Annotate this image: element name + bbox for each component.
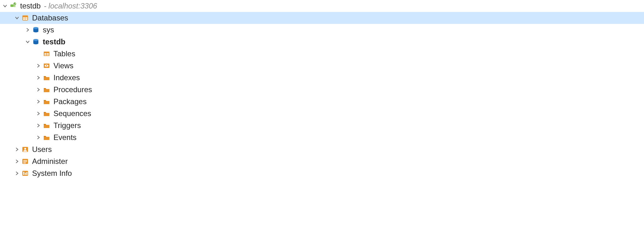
chevron-down-icon[interactable]	[2, 4, 8, 8]
chevron-right-icon[interactable]	[14, 159, 20, 163]
users-node[interactable]: Users	[0, 143, 644, 155]
folder-icon	[43, 74, 50, 81]
schema-label: Events	[53, 133, 76, 142]
connection-host: - localhost:3306	[44, 2, 97, 10]
database-node-testdb[interactable]: testdb	[0, 36, 644, 48]
chevron-down-icon[interactable]	[25, 40, 31, 44]
schema-label: Procedures	[53, 85, 92, 94]
schema-label: Sequences	[53, 109, 91, 118]
chevron-right-icon[interactable]	[25, 28, 31, 32]
administer-icon	[21, 158, 29, 165]
schema-node-triggers[interactable]: Triggers	[0, 120, 644, 131]
connection-node[interactable]: testdb - localhost:3306	[0, 0, 644, 12]
folder-icon	[43, 98, 50, 105]
schema-node-sequences[interactable]: Sequences	[0, 108, 644, 120]
chevron-right-icon[interactable]	[35, 88, 42, 92]
connection-name: testdb	[20, 2, 41, 10]
schema-label: Packages	[53, 97, 86, 106]
chevron-right-icon[interactable]	[14, 148, 20, 151]
chevron-right-icon[interactable]	[14, 171, 20, 175]
connection-plug-icon	[9, 2, 17, 10]
schema-node-tables[interactable]: Tables	[0, 48, 644, 60]
database-icon	[32, 26, 40, 34]
schema-node-views[interactable]: Views	[0, 60, 644, 72]
schema-node-indexes[interactable]: Indexes	[0, 72, 644, 84]
administer-label: Administer	[32, 157, 68, 166]
system-info-label: System Info	[32, 169, 72, 178]
databases-container-icon	[21, 14, 29, 22]
chevron-down-icon[interactable]	[14, 16, 20, 20]
system-info-node[interactable]: System Info	[0, 167, 644, 179]
view-icon	[43, 62, 50, 70]
schema-node-procedures[interactable]: Procedures	[0, 84, 644, 96]
database-label: sys	[43, 25, 54, 34]
database-label: testdb	[43, 37, 65, 46]
folder-icon	[43, 110, 50, 117]
table-icon	[43, 50, 50, 58]
databases-label: Databases	[32, 14, 68, 22]
chevron-right-icon[interactable]	[35, 124, 42, 127]
schema-label: Tables	[53, 49, 75, 58]
schema-label: Views	[53, 61, 74, 70]
administer-node[interactable]: Administer	[0, 155, 644, 167]
schema-node-events[interactable]: Events	[0, 131, 644, 143]
folder-icon	[43, 122, 50, 129]
folder-icon	[43, 134, 50, 141]
chevron-right-icon[interactable]	[35, 76, 42, 80]
chevron-right-icon[interactable]	[35, 112, 42, 115]
chevron-right-icon[interactable]	[35, 100, 42, 103]
schema-label: Triggers	[53, 121, 81, 130]
folder-icon	[43, 86, 50, 93]
chevron-right-icon[interactable]	[35, 136, 42, 139]
users-icon	[21, 146, 29, 153]
system-info-icon	[21, 170, 29, 177]
users-label: Users	[32, 145, 52, 154]
db-navigator-tree[interactable]: testdb - localhost:3306 Databases sys te…	[0, 0, 644, 179]
chevron-right-icon[interactable]	[35, 64, 42, 68]
schema-node-packages[interactable]: Packages	[0, 96, 644, 108]
database-node-sys[interactable]: sys	[0, 24, 644, 36]
schema-label: Indexes	[53, 73, 80, 82]
databases-node[interactable]: Databases	[0, 12, 644, 24]
database-icon	[32, 38, 40, 46]
